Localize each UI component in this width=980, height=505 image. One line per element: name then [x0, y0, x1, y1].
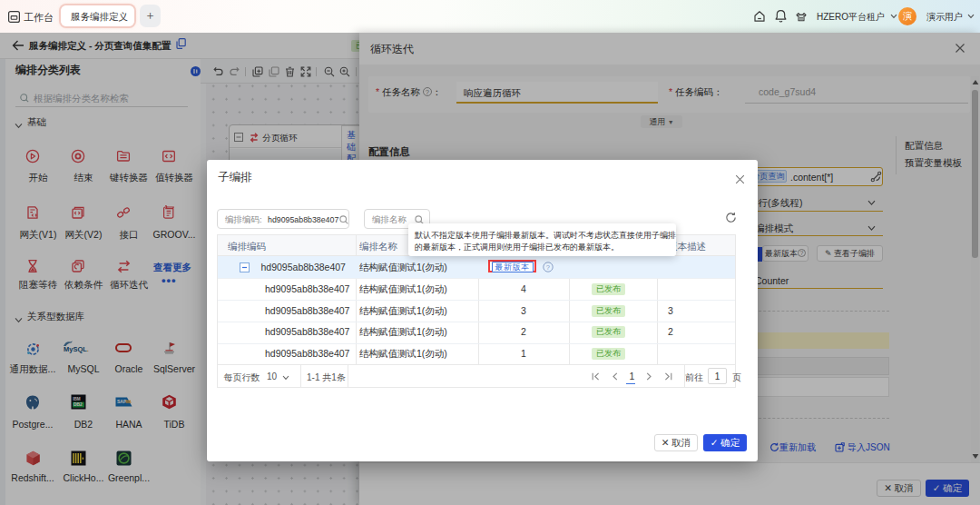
svg-text:?: ?	[546, 263, 550, 272]
